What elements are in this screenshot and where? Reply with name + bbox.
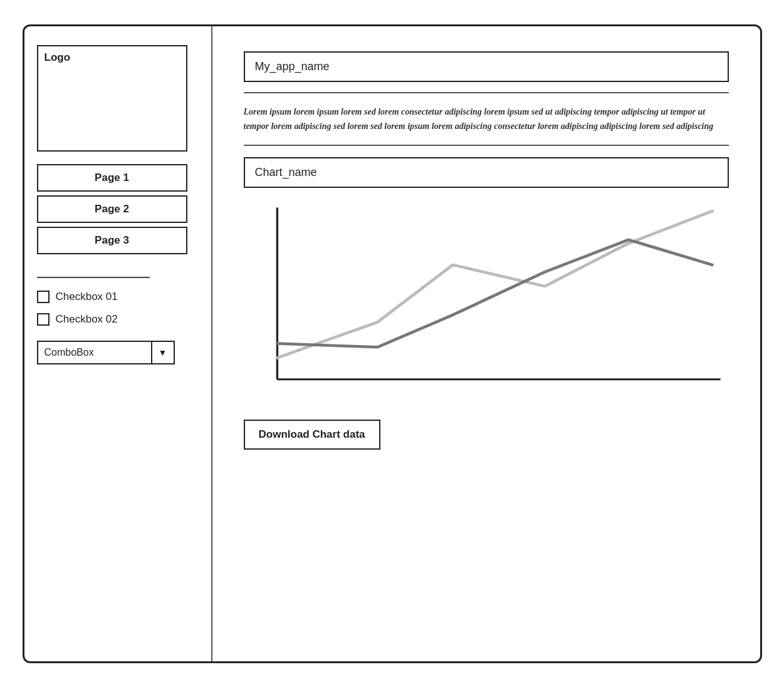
checkbox-group: Checkbox 01 Checkbox 02 (37, 291, 199, 326)
download-chart-button[interactable]: Download Chart data (244, 420, 380, 450)
checkbox-label-2: Checkbox 02 (56, 313, 118, 326)
chart-name-text: Chart_name (255, 166, 317, 178)
description-text: Lorem ipsum lorem ipsum lorem sed lorem … (244, 105, 729, 133)
checkbox-label-1: Checkbox 01 (56, 291, 118, 303)
content-divider-bottom (244, 145, 729, 146)
app-name-box: My_app_name (244, 51, 729, 82)
app-frame: Logo Page 1 Page 2 Page 3 Checkbox 01 Ch… (23, 24, 762, 663)
combobox-label: ComboBox (38, 347, 151, 358)
checkbox-item-1[interactable]: Checkbox 01 (37, 291, 199, 303)
combobox[interactable]: ComboBox ▼ (37, 341, 175, 364)
sidebar: Logo Page 1 Page 2 Page 3 Checkbox 01 Ch… (24, 26, 212, 661)
app-name-text: My_app_name (255, 60, 330, 73)
checkbox-item-2[interactable]: Checkbox 02 (37, 313, 199, 326)
checkbox-box-1[interactable] (37, 291, 50, 303)
nav-button-page2[interactable]: Page 2 (37, 195, 187, 223)
checkbox-box-2[interactable] (37, 313, 50, 326)
nav-button-page3[interactable]: Page 3 (37, 227, 187, 254)
sidebar-divider (37, 277, 150, 278)
content-divider-top (244, 92, 729, 93)
logo-label: Logo (44, 51, 71, 64)
combobox-arrow-icon: ▼ (151, 342, 174, 363)
chart-svg (244, 200, 729, 401)
logo-box: Logo (37, 45, 187, 152)
chart-name-box: Chart_name (244, 157, 729, 188)
chart-line-1 (277, 211, 712, 358)
nav-button-page1[interactable]: Page 1 (37, 164, 187, 192)
chart-line-2 (277, 240, 712, 347)
chart-container (244, 200, 729, 401)
main-content: My_app_name Lorem ipsum lorem ipsum lore… (212, 26, 760, 661)
